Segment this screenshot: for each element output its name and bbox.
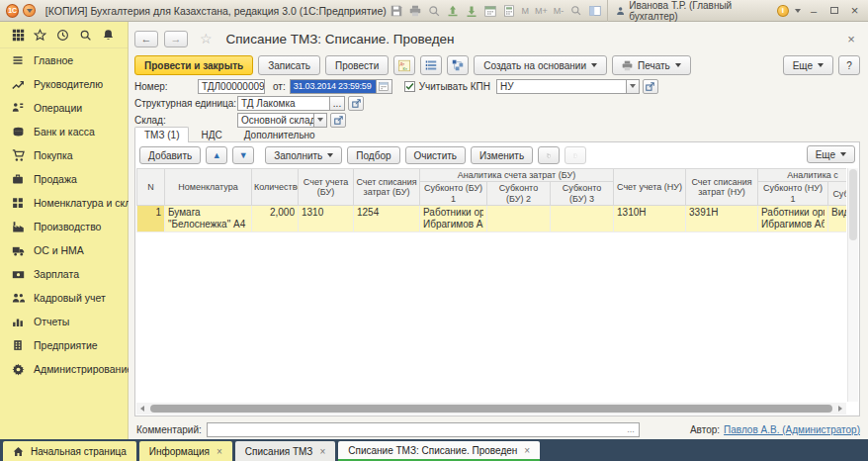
- sidebar-item-enterprise[interactable]: Предприятие: [0, 333, 128, 357]
- cell-account-nu[interactable]: 1310Н: [614, 206, 686, 232]
- structural-unit-dots-button[interactable]: ...: [329, 96, 345, 111]
- cell-quantity[interactable]: 2,000: [252, 206, 299, 232]
- clear-button[interactable]: Очистить: [405, 146, 467, 164]
- sidebar-item-manager[interactable]: Руководителю: [0, 72, 128, 96]
- forward-button[interactable]: [164, 31, 188, 47]
- notifications-bell-icon[interactable]: [100, 27, 116, 43]
- close-tab-icon[interactable]: [319, 446, 325, 457]
- memory-mminus-button[interactable]: M-: [554, 6, 564, 16]
- sidebar-item-sales[interactable]: Продажа: [0, 167, 128, 191]
- post-button[interactable]: Провести: [325, 55, 389, 75]
- split-window-icon[interactable]: [588, 4, 601, 18]
- cell-subconto-bu1[interactable]: Работники орга...Ибрагимов Абду...: [420, 206, 487, 232]
- export-icon[interactable]: [466, 4, 478, 18]
- cell-row-number[interactable]: 1: [137, 206, 165, 232]
- warehouse-dropdown-icon[interactable]: [313, 113, 327, 128]
- help-button[interactable]: ?: [838, 55, 860, 75]
- sidebar-item-administration[interactable]: Администрирование: [0, 357, 128, 381]
- cell-expense-account-bu[interactable]: 1254: [354, 206, 420, 232]
- back-button[interactable]: [134, 31, 158, 47]
- comment-dots-button[interactable]: ...: [623, 424, 639, 434]
- structural-unit-open-icon[interactable]: [348, 96, 364, 111]
- close-tab-icon[interactable]: [217, 446, 222, 457]
- system-menu-button[interactable]: [23, 4, 35, 17]
- memory-m-button[interactable]: M: [521, 6, 529, 16]
- table-more-button[interactable]: Еще: [807, 145, 855, 163]
- structure-icon[interactable]: [447, 55, 469, 75]
- favorites-star-icon[interactable]: [33, 27, 48, 43]
- print-icon[interactable]: [409, 4, 422, 18]
- post-and-close-button[interactable]: Провести и закрыть: [134, 55, 253, 75]
- comment-input[interactable]: ...: [207, 422, 640, 437]
- taskbar-tab-information[interactable]: Информация: [139, 441, 232, 461]
- chevron-down-icon[interactable]: [795, 9, 801, 13]
- history-icon[interactable]: [55, 27, 71, 43]
- more-button[interactable]: Еще: [783, 55, 833, 75]
- number-input[interactable]: ТДЛ00000009: [198, 79, 265, 94]
- copy-rows-icon[interactable]: [538, 146, 560, 164]
- dtkt-postings-icon[interactable]: ДтКт: [393, 55, 415, 75]
- cell-subconto-nu2[interactable]: Виды з...: [828, 206, 846, 232]
- tab-tmz[interactable]: ТМЗ (1): [134, 127, 189, 142]
- cell-subconto-bu2[interactable]: [487, 206, 551, 232]
- tab-additional[interactable]: Дополнительно: [234, 127, 325, 142]
- create-based-on-button[interactable]: Создать на основании: [474, 55, 607, 75]
- kpn-checkbox[interactable]: [404, 81, 415, 92]
- table-row[interactable]: 1 Бумага "Белоснежка" А4 2,000 1310 1254…: [137, 206, 847, 232]
- favorite-star-icon[interactable]: [200, 31, 213, 46]
- vertical-scrollbar[interactable]: [847, 168, 858, 402]
- cell-subconto-nu1[interactable]: Работники орга...Ибрагимов Абду...: [758, 206, 828, 232]
- vertical-scrollbar-thumb[interactable]: [849, 169, 857, 240]
- 1c-logo-icon[interactable]: 1С: [6, 4, 19, 18]
- structural-unit-input[interactable]: ТД Лакомка: [237, 96, 330, 111]
- import-icon[interactable]: [447, 4, 460, 18]
- close-form-icon[interactable]: [844, 32, 858, 46]
- write-button[interactable]: Записать: [258, 55, 320, 75]
- pick-button[interactable]: Подбор: [347, 146, 399, 164]
- kpn-open-icon[interactable]: [643, 79, 658, 94]
- sidebar-item-production[interactable]: Производство: [0, 215, 128, 238]
- info-icon[interactable]: i: [777, 5, 788, 17]
- date-input[interactable]: 31.03.2014 23:59:59: [290, 79, 377, 94]
- tab-nds[interactable]: НДС: [191, 127, 231, 142]
- move-down-icon[interactable]: ▼: [232, 146, 254, 164]
- close-tab-icon[interactable]: [524, 445, 530, 456]
- sidebar-item-fixed-assets[interactable]: ОС и НМА: [0, 238, 128, 262]
- kpn-dropdown-icon[interactable]: [626, 79, 640, 94]
- taskbar-tab-tmz-list[interactable]: Списания ТМЗ: [235, 441, 335, 461]
- apps-grid-icon[interactable]: [10, 27, 26, 43]
- horizontal-scrollbar-thumb[interactable]: [150, 405, 832, 413]
- fill-button[interactable]: Заполнить: [265, 146, 342, 164]
- sidebar-item-nomenclature-warehouse[interactable]: Номенклатура и склад: [0, 191, 128, 215]
- add-row-button[interactable]: Добавить: [139, 146, 201, 164]
- save-icon[interactable]: [391, 4, 403, 18]
- zoom-icon[interactable]: [569, 4, 582, 18]
- warehouse-open-icon[interactable]: [330, 113, 346, 128]
- register-list-icon[interactable]: [420, 55, 442, 75]
- memory-mplus-button[interactable]: M+: [535, 6, 548, 16]
- author-link[interactable]: Павлов А.В. (Администратор): [724, 424, 860, 435]
- horizontal-scrollbar[interactable]: [136, 403, 846, 415]
- edit-button[interactable]: Изменить: [471, 146, 533, 164]
- cell-nomenclature[interactable]: Бумага "Белоснежка" А4: [165, 206, 252, 232]
- warehouse-select[interactable]: Основной склад: [237, 113, 314, 128]
- sidebar-item-reports[interactable]: Отчеты: [0, 310, 128, 333]
- calendar-icon[interactable]: [484, 4, 497, 18]
- totals-icon[interactable]: [564, 146, 586, 164]
- calendar-picker-icon[interactable]: [376, 79, 392, 94]
- preview-icon[interactable]: [428, 4, 441, 18]
- scroll-left-icon[interactable]: [136, 403, 148, 415]
- print-button[interactable]: Печать: [612, 55, 691, 75]
- move-up-icon[interactable]: ▲: [206, 146, 227, 164]
- sidebar-item-bank-cash[interactable]: Банк и касса: [0, 120, 128, 143]
- scroll-right-icon[interactable]: [834, 403, 846, 415]
- maximize-button[interactable]: [826, 4, 841, 18]
- sidebar-item-salary[interactable]: Зарплата: [0, 262, 128, 286]
- current-user[interactable]: Иванова Т.Р. (Главный бухгалтер): [607, 0, 771, 22]
- cell-account-bu[interactable]: 1310: [299, 206, 354, 232]
- kpn-select[interactable]: НУ: [496, 79, 627, 94]
- close-window-button[interactable]: [847, 4, 862, 18]
- sidebar-item-main[interactable]: Главное: [0, 48, 128, 72]
- taskbar-tab-tmz-document[interactable]: Списание ТМЗ: Списание. Проведен: [338, 441, 540, 461]
- taskbar-tab-home[interactable]: Начальная страница: [3, 441, 136, 461]
